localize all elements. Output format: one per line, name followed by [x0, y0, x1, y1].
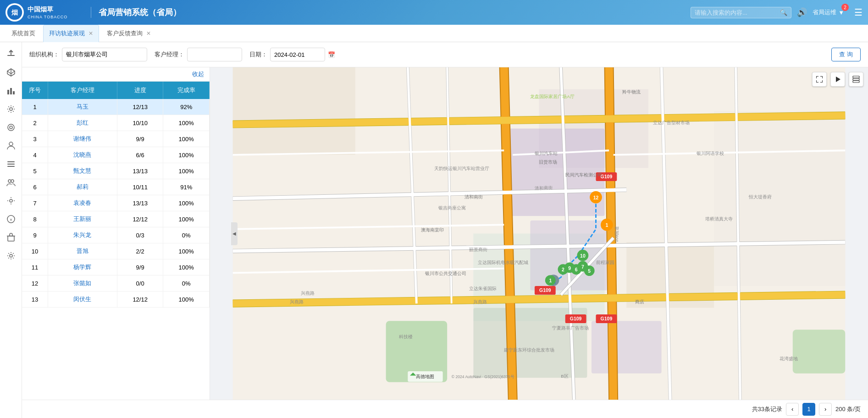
svg-text:烟: 烟 — [11, 9, 18, 16]
svg-text:109国道: 109国道 — [614, 226, 619, 242]
svg-text:龙盘国际家居广场A厅: 龙盘国际家居广场A厅 — [530, 94, 574, 99]
svg-text:澳海南棠印: 澳海南棠印 — [421, 227, 444, 232]
table-row[interactable]: 11杨学辉9/9100% — [22, 259, 210, 275]
collapse-button[interactable]: 收起 — [192, 70, 204, 78]
svg-text:羚牛物流: 羚牛物流 — [622, 89, 641, 94]
cell-manager[interactable]: 郝莉 — [48, 179, 117, 195]
sidebar-item-tag[interactable]: ¥ — [3, 211, 19, 227]
table-row[interactable]: 2彭红10/10100% — [22, 115, 210, 131]
sidebar-item-box[interactable] — [3, 229, 19, 246]
search-icon[interactable]: 🔍 — [780, 9, 787, 16]
cell-manager[interactable]: 晋旭 — [48, 243, 117, 259]
table-row[interactable]: 4沈晓燕6/6100% — [22, 147, 210, 163]
cell-manager[interactable]: 甄文慧 — [48, 163, 117, 179]
svg-rect-5 — [10, 88, 12, 94]
svg-rect-4 — [7, 90, 9, 94]
svg-rect-26 — [714, 111, 845, 286]
cell-manager[interactable]: 杨学辉 — [48, 259, 117, 275]
cell-manager[interactable]: 闵伏生 — [48, 292, 117, 308]
table-row[interactable]: 13闵伏生12/12100% — [22, 292, 210, 308]
sidebar-item-cube[interactable] — [3, 64, 19, 81]
org-input[interactable] — [62, 48, 147, 61]
cell-manager[interactable]: 沈晓燕 — [48, 147, 117, 163]
sidebar-item-settings2[interactable] — [3, 192, 19, 209]
table-body: 1马玉12/1392%2彭红10/10100%3谢继伟9/9100%4沈晓燕6/… — [22, 99, 210, 308]
cell-seq: 8 — [22, 211, 48, 227]
table-row[interactable]: 1马玉12/1392% — [22, 99, 210, 115]
table-row[interactable]: 8王新丽12/12100% — [22, 211, 210, 227]
svg-point-10 — [9, 142, 13, 146]
table-row[interactable]: 6郝莉10/1191% — [22, 179, 210, 195]
table-row[interactable]: 3谢继伟9/9100% — [22, 131, 210, 147]
date-input[interactable] — [270, 48, 325, 61]
tab-feedback-close[interactable]: ✕ — [146, 30, 151, 37]
org-label: 组织机构： — [29, 50, 59, 59]
cell-rate: 0% — [163, 227, 210, 243]
filter-bar: 组织机构： 客户经理： 日期： 📅 查 询 — [22, 42, 868, 67]
table-header-row: 序号 客户经理 进度 完成率 — [22, 82, 210, 99]
next-page-button[interactable]: › — [819, 403, 832, 416]
page-1-button[interactable]: 1 — [802, 403, 815, 416]
sidebar-item-group[interactable] — [3, 174, 19, 191]
cell-manager[interactable]: 彭红 — [48, 115, 117, 131]
table-row[interactable]: 12张懿如0/00% — [22, 275, 210, 292]
cell-manager[interactable]: 朱兴龙 — [48, 227, 117, 243]
query-button[interactable]: 查 询 — [831, 48, 861, 61]
play-button[interactable] — [830, 72, 845, 87]
collapse-tab[interactable]: ◀ — [231, 222, 238, 245]
svg-point-20 — [10, 254, 12, 257]
svg-text:民间汽车检测公司: 民间汽车检测公司 — [565, 172, 602, 177]
sidebar-item-person[interactable] — [3, 138, 19, 154]
sidebar-item-settings3[interactable] — [3, 248, 19, 264]
left-panel: 收起 序号 客户经理 进度 完成率 1马玉12/13 — [22, 67, 210, 400]
notification-badge: 2 — [841, 4, 849, 11]
search-input[interactable] — [695, 9, 777, 16]
fullscreen-button[interactable] — [812, 72, 827, 87]
cell-rate: 100% — [163, 115, 210, 131]
speaker-icon[interactable]: 🔊 — [797, 7, 807, 17]
svg-text:前程家园: 前程家园 — [596, 260, 614, 265]
svg-rect-11 — [7, 161, 15, 162]
manager-input[interactable] — [187, 48, 242, 61]
cell-manager[interactable]: 马玉 — [48, 99, 117, 115]
table-row[interactable]: 9朱兴龙0/30% — [22, 227, 210, 243]
layers-button[interactable] — [849, 72, 863, 87]
svg-text:建宁新东环综合批发市场: 建宁新东环综合批发市场 — [503, 347, 554, 352]
logo-text: 中国烟草 CHINA TOBACCO — [28, 5, 67, 20]
hamburger-icon[interactable]: ☰ — [854, 7, 862, 18]
tab-feedback[interactable]: 客户反馈查询 ✕ — [101, 25, 157, 42]
cell-rate: 100% — [163, 163, 210, 179]
svg-text:B区: B区 — [561, 374, 568, 379]
calendar-icon[interactable]: 📅 — [328, 51, 335, 58]
search-box[interactable]: 🔍 — [691, 7, 791, 18]
table-row[interactable]: 7袁凌春13/13100% — [22, 195, 210, 211]
cell-rate: 91% — [163, 179, 210, 195]
svg-text:天韵快运银川汽车站营业厅: 天韵快运银川汽车站营业厅 — [434, 166, 489, 171]
sidebar-item-settings1[interactable] — [3, 101, 19, 117]
svg-text:银川汽车站: 银川汽车站 — [534, 151, 558, 156]
table-row[interactable]: 5甄文慧13/13100% — [22, 163, 210, 179]
prev-page-button[interactable]: ‹ — [786, 403, 799, 416]
tab-visit[interactable]: 拜访轨迹展现 ✕ — [43, 25, 99, 42]
user-label: 省局运维 — [813, 8, 836, 16]
sidebar-item-chart[interactable] — [3, 82, 19, 99]
cell-rate: 100% — [163, 211, 210, 227]
user-menu[interactable]: 省局运维 ▼ — [813, 8, 844, 16]
tab-home-label: 系统首页 — [11, 29, 35, 38]
sidebar-item-list[interactable] — [3, 156, 19, 172]
cell-manager[interactable]: 袁凌春 — [48, 195, 117, 211]
cell-manager[interactable]: 谢继伟 — [48, 131, 117, 147]
table-row[interactable]: 10晋旭2/2100% — [22, 243, 210, 259]
col-header-rate: 完成率 — [163, 82, 210, 99]
sidebar-item-circle[interactable] — [3, 119, 19, 136]
col-header-seq: 序号 — [22, 82, 48, 99]
cell-rate: 100% — [163, 131, 210, 147]
tab-home[interactable]: 系统首页 — [6, 25, 41, 42]
cell-manager[interactable]: 张懿如 — [48, 275, 117, 292]
cell-manager[interactable]: 王新丽 — [48, 211, 117, 227]
cell-rate: 100% — [163, 147, 210, 163]
svg-text:1: 1 — [605, 223, 608, 228]
tab-visit-close[interactable]: ✕ — [88, 30, 93, 37]
per-page-label: 200 条/页 — [835, 405, 861, 413]
sidebar-item-upload[interactable] — [3, 46, 19, 62]
